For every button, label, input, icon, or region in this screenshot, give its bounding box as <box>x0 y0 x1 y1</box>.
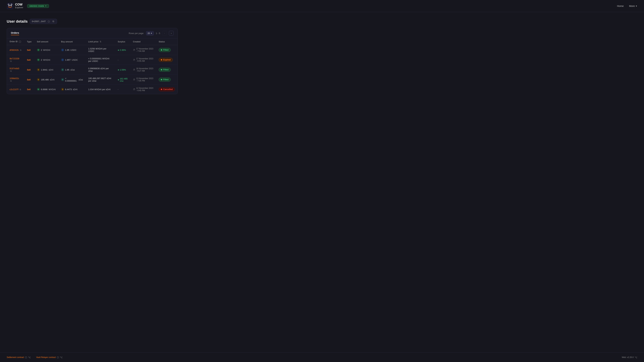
order-copy-btn[interactable]: ⧉ <box>10 80 12 82</box>
sell-amount-area: W 2 WXDAI <box>37 48 56 51</box>
order-type: Sell <box>27 69 30 71</box>
status-badge: Filled <box>159 48 170 52</box>
limit-price-sort-icon[interactable]: ⇅ <box>100 40 101 43</box>
col-buy-amount: Buy amount <box>58 38 86 45</box>
logo-line1: COW <box>15 3 23 6</box>
cell-limit-price: 1.034 WXDAI per sDAI <box>86 85 115 94</box>
cell-created: ⏱ 17 November 2023 - 6:55 AM <box>130 55 156 65</box>
nav-home[interactable]: Home <box>617 4 624 7</box>
buy-token-icon: U <box>61 48 64 51</box>
order-id-link[interactable]: c2c2107f <box>10 88 18 91</box>
status-label: Expired <box>163 59 170 61</box>
svg-point-3 <box>9 5 10 6</box>
next-page-btn[interactable]: › <box>169 31 174 35</box>
cow-logo-icon <box>7 3 14 9</box>
status-label: Cancelled <box>163 88 173 90</box>
clock-icon: ⏱ <box>133 59 135 61</box>
cell-created: ⏱ 13 November 2023 - 7:05 PM <box>130 75 156 85</box>
limit-price-value: 195,486,097.682T sDAI per xDai <box>88 77 111 82</box>
order-id-info-icon: i <box>19 40 21 43</box>
page-title-area: User details 0×2557...3Af7 ⬡ ⧉ <box>7 19 178 24</box>
surplus-circle-icon: ● <box>118 49 119 51</box>
status-badge: Expired <box>159 58 173 62</box>
page-title: User details <box>7 19 28 24</box>
order-id-link[interactable]: 9b715339 <box>10 57 19 60</box>
surplus-value: ● 162.465 xDai <box>118 77 128 82</box>
order-id-link[interactable]: 9197e8d0 <box>10 67 19 70</box>
cell-buy-amount: S 6.4473 sDAI <box>58 85 86 94</box>
cell-limit-price: < 0.00000001 WXDAI per USDC <box>86 55 115 65</box>
buy-token-name: USDC <box>72 59 78 61</box>
created-area: ⏱ 16 November 2023 - 9:27 AM <box>133 67 153 72</box>
status-dot <box>161 89 162 90</box>
nav-more[interactable]: More ▼ <box>629 4 637 7</box>
status-dot <box>161 79 162 80</box>
sell-amount-value: 6.6666 <box>41 88 48 91</box>
cell-type: Sell <box>24 45 34 55</box>
clock-icon: ⏱ <box>133 68 135 71</box>
settlement-external-icon: ⬡ <box>25 356 27 359</box>
buy-amount-area: S 6.4473 sDAI <box>61 88 83 91</box>
order-id-link[interactable]: df36042b <box>10 49 18 51</box>
buy-amount-value: 6.4473 <box>65 88 72 91</box>
sell-token-icon: W <box>37 48 40 51</box>
sell-token-name: sDAI <box>49 68 53 71</box>
more-chevron-icon: ▼ <box>636 5 637 7</box>
col-limit-price: Limit price ⇅ <box>86 38 115 45</box>
cell-sell-amount: S 1.9441 sDAI <box>34 65 58 75</box>
table-row: 109bb52c ⧉ Sell S 195.486 sDAI X < 0.000… <box>7 75 178 85</box>
buy-amount-area: X 1.95 xDai <box>61 68 83 71</box>
logo-area: COW Explorer <box>7 3 23 9</box>
cell-buy-amount: U 1.95 USDC <box>58 45 86 55</box>
orders-tbody: df36042b ⧉ Sell W 2 WXDAI U 1.95 USDC 1.… <box>7 45 178 94</box>
sell-token-icon: S <box>37 78 40 81</box>
prev-page-btn[interactable]: ‹ <box>162 31 167 35</box>
nav-links: Home More ▼ <box>617 4 637 7</box>
status-badge: Cancelled <box>159 87 175 91</box>
col-surplus: Surplus <box>115 38 130 45</box>
table-row: df36042b ⧉ Sell W 2 WXDAI U 1.95 USDC 1.… <box>7 45 178 55</box>
table-row: 9b715339 ⧉ Sell W 2 WXDAI U 1.95T USDC <… <box>7 55 178 65</box>
tab-orders[interactable]: Orders <box>11 31 19 35</box>
cell-limit-price: 0.99698836 sDAI per xDai <box>86 65 115 75</box>
sell-amount-area: S 1.9441 sDAI <box>37 68 56 71</box>
vault-relayer-link[interactable]: Vault Relayer contract ⬡ ⌥ <box>36 356 62 359</box>
svg-rect-0 <box>7 3 14 9</box>
cell-created: ⏱ 17 November 2023 - 7:04 AM <box>130 45 156 55</box>
order-copy-btn[interactable]: ⧉ <box>10 60 12 62</box>
address-external-link-btn[interactable]: ⬡ <box>47 20 50 23</box>
rows-per-page-select[interactable]: 20 ▼ <box>146 31 154 35</box>
buy-amount-area: X < 0.00000001 xDai <box>61 77 83 82</box>
table-head-row: Order ID i Type Sell amount Buy amount L… <box>7 38 178 45</box>
order-copy-btn[interactable]: ⧉ <box>20 49 22 51</box>
cell-surplus: ● 162.465 xDai <box>115 75 130 85</box>
order-copy-btn[interactable]: ⧉ <box>20 88 21 91</box>
clock-icon: ⏱ <box>133 78 135 81</box>
order-copy-btn[interactable]: ⧉ <box>10 70 12 72</box>
chain-selector[interactable]: GNOSIS CHAIN ▼ <box>27 4 49 8</box>
status-dot <box>161 59 162 60</box>
cell-type: Sell <box>24 55 34 65</box>
rows-per-page-label: Rows per page: <box>129 32 144 34</box>
sell-amount-area: W 2 WXDAI <box>37 58 56 61</box>
created-value: 12 November 2023 - 4:45 PM <box>136 87 153 92</box>
status-label: Filled <box>163 49 168 51</box>
cell-status: Cancelled <box>156 85 178 94</box>
settlement-label: Settlement contract <box>7 356 24 359</box>
buy-token-name: xDai <box>70 68 75 71</box>
sell-amount-area: S 195.486 sDAI <box>37 78 56 81</box>
col-order-id: Order ID i <box>7 38 24 45</box>
address-copy-btn[interactable]: ⧉ <box>52 19 55 23</box>
created-value: 16 November 2023 - 9:27 AM <box>136 67 153 72</box>
status-dot <box>161 69 162 70</box>
created-value: 17 November 2023 - 6:55 AM <box>136 57 153 62</box>
address-text: 0×2557...3Af7 <box>32 20 46 23</box>
col-sell-amount: Sell amount <box>34 38 58 45</box>
chain-label: GNOSIS CHAIN <box>29 5 44 7</box>
sell-amount-value: 1.9441 <box>41 68 48 71</box>
cell-surplus: ● 2.36% <box>115 45 130 55</box>
logo-title: COW Explorer <box>15 3 23 9</box>
settlement-contract-link[interactable]: Settlement contract ⬡ ⌥ <box>7 356 31 359</box>
clock-icon: ⏱ <box>133 49 135 51</box>
order-id-link[interactable]: 109bb52c <box>10 77 19 80</box>
